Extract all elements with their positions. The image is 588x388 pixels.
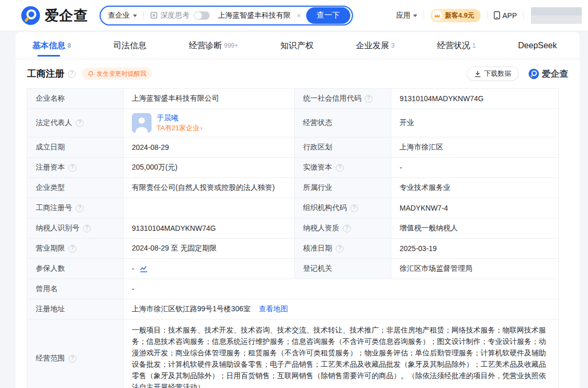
field-label-company-name: 企业名称 bbox=[28, 89, 124, 109]
aiqicha-logo[interactable]: 爱企查 bbox=[21, 6, 88, 25]
help-icon[interactable]: ? bbox=[336, 164, 344, 172]
search-input[interactable] bbox=[217, 11, 291, 20]
clear-search-icon[interactable]: × bbox=[291, 11, 306, 20]
tab-company-development[interactable]: 企业发展 3 bbox=[356, 40, 395, 51]
detail-tabbar: 基本信息 8 司法信息 经营诊断 999+ 知识产权 企业发展 3 bbox=[16, 32, 580, 59]
help-icon[interactable]: ? bbox=[69, 164, 76, 172]
aiqicha-logo-text: 爱企查 bbox=[45, 6, 88, 25]
field-label-credit-code: 统一社会信用代码? bbox=[295, 89, 391, 109]
field-label-org-code: 组织机构代码? bbox=[295, 198, 391, 218]
help-icon[interactable]: ? bbox=[336, 245, 344, 253]
field-label-company-type: 企业类型 bbox=[28, 178, 124, 198]
help-icon[interactable]: ? bbox=[76, 119, 84, 127]
chevron-down-icon bbox=[413, 15, 417, 17]
field-label-legal-rep: 法定代表人? bbox=[28, 109, 124, 137]
search-button[interactable]: 查一下 bbox=[306, 7, 350, 24]
divider bbox=[523, 11, 524, 19]
field-value-district: 上海市徐汇区 bbox=[391, 137, 558, 158]
bell-icon bbox=[88, 71, 94, 77]
help-icon[interactable]: ? bbox=[83, 225, 91, 232]
app-download-entry[interactable]: APP bbox=[494, 11, 517, 20]
field-value-paid-capital: - bbox=[391, 158, 558, 178]
field-value-company-name: 上海蓝智盛丰科技有限公司 bbox=[124, 89, 295, 109]
legal-rep-avatar[interactable] bbox=[132, 113, 152, 133]
deep-think-toggle-group[interactable]: 深度思考 bbox=[150, 11, 210, 20]
legal-rep-name-link[interactable]: 于晨曦 bbox=[157, 113, 202, 122]
search-bar: 查企业 深度思考 × 查一下 bbox=[100, 6, 353, 25]
tab-basic-info[interactable]: 基本信息 8 bbox=[32, 40, 71, 51]
tab-count: 1 bbox=[472, 42, 476, 49]
new-user-promo-badge[interactable]: 新客4.9元 bbox=[430, 9, 481, 22]
view-map-link[interactable]: 查看地图 bbox=[259, 304, 288, 314]
field-value-company-type: 有限责任公司(自然人投资或控股的法人独资) bbox=[124, 178, 295, 198]
divider bbox=[487, 11, 487, 19]
download-icon bbox=[474, 71, 481, 77]
page-body: 基本信息 8 司法信息 经营诊断 999+ 知识产权 企业发展 3 bbox=[0, 31, 588, 388]
tab-intellectual-property[interactable]: 知识产权 bbox=[280, 40, 313, 51]
apps-label: 应用 bbox=[396, 11, 411, 20]
help-icon[interactable]: ? bbox=[69, 245, 76, 253]
deep-think-icon bbox=[150, 11, 158, 19]
field-value-legal-rep: 于晨曦 TA有21家企业 › bbox=[124, 109, 295, 137]
field-label-taxpayer-id: 纳税人识别号? bbox=[28, 218, 124, 239]
tab-deepseek[interactable]: DeepSeek bbox=[518, 40, 557, 51]
field-value-former-name: - bbox=[124, 279, 558, 299]
field-value-business-scope: 一般项目：技术服务、技术开发、技术咨询、技术交流、技术转让、技术推广；非居住房地… bbox=[124, 320, 558, 388]
top-header: 爱企查 查企业 深度思考 × 查一下 bbox=[0, 0, 588, 31]
help-icon[interactable]: ? bbox=[350, 204, 358, 212]
help-icon[interactable]: ? bbox=[365, 95, 373, 103]
aiqicha-logo-icon bbox=[21, 6, 40, 25]
tab-operating-status[interactable]: 经营状况 1 bbox=[437, 40, 476, 51]
apps-dropdown[interactable]: 应用 bbox=[396, 11, 417, 20]
brand-watermark: 爱企查 bbox=[528, 68, 568, 80]
field-value-industry: 专业技术服务业 bbox=[391, 178, 558, 198]
header-right-nav: 应用 新客4.9元 APP bbox=[396, 7, 582, 24]
field-label-reg-capital: 注册资本? bbox=[28, 158, 124, 178]
field-value-reg-number bbox=[124, 198, 295, 218]
download-data-button[interactable]: 下载数据 bbox=[467, 66, 519, 81]
app-label: APP bbox=[502, 11, 517, 20]
divider bbox=[143, 11, 144, 19]
search-category-dropdown[interactable]: 查企业 bbox=[108, 11, 137, 20]
aiqicha-company-page: 爱企查 查企业 深度思考 × 查一下 bbox=[0, 0, 588, 388]
field-label-established: 成立日期 bbox=[28, 137, 124, 158]
field-value-status: 开业 bbox=[391, 109, 558, 137]
crown-icon bbox=[432, 10, 442, 20]
aiqicha-logo-icon bbox=[528, 68, 539, 79]
user-area-placeholder[interactable] bbox=[531, 7, 582, 24]
field-label-insured-count: 参保人数 bbox=[28, 259, 124, 279]
field-label-former-name: 曾用名 bbox=[28, 279, 124, 299]
search-category-label: 查企业 bbox=[108, 11, 130, 20]
legal-rep-companies-link[interactable]: TA有21家企业 › bbox=[157, 123, 202, 133]
registration-section-header: 工商注册 ? 发生变更时提醒我 bbox=[16, 59, 580, 86]
chevron-right-icon: › bbox=[200, 123, 202, 133]
change-reminder-label: 发生变更时提醒我 bbox=[97, 70, 146, 78]
field-value-established: 2024-08-29 bbox=[124, 137, 295, 158]
help-icon[interactable]: ? bbox=[343, 225, 351, 232]
field-value-taxpayer-id: 91310104MADYKNW74G bbox=[124, 218, 295, 239]
change-reminder-button[interactable]: 发生变更时提醒我 bbox=[82, 67, 152, 80]
tab-business-diagnosis[interactable]: 经营诊断 999+ bbox=[189, 40, 238, 51]
tab-count: 999+ bbox=[224, 42, 238, 49]
tab-count: 8 bbox=[67, 42, 71, 49]
field-value-taxpayer-qualification: 增值税一般纳税人 bbox=[391, 218, 558, 239]
field-label-reg-number: 工商注册号? bbox=[28, 198, 124, 218]
help-icon[interactable]: ? bbox=[68, 70, 76, 78]
field-label-industry: 所属行业 bbox=[295, 178, 391, 198]
field-value-insured-count: - bbox=[124, 259, 295, 279]
divider bbox=[423, 11, 424, 19]
field-label-address: 注册地址 bbox=[28, 299, 124, 320]
company-detail-card: 基本信息 8 司法信息 经营诊断 999+ 知识产权 企业发展 3 bbox=[16, 32, 580, 388]
tab-count: 3 bbox=[391, 42, 395, 49]
deep-think-switch[interactable] bbox=[194, 11, 210, 20]
field-value-business-term: 2024-08-29 至 无固定期限 bbox=[124, 239, 295, 259]
section-title: 工商注册 bbox=[27, 67, 64, 80]
tab-judicial-info[interactable]: 司法信息 bbox=[113, 40, 146, 51]
field-value-address: 上海市徐汇区钦江路99号1号楼306室 查看地图 bbox=[124, 299, 558, 320]
brand-watermark-text: 爱企查 bbox=[542, 68, 568, 80]
field-label-approval-date: 核准日期? bbox=[295, 239, 391, 259]
help-icon[interactable]: ? bbox=[76, 204, 84, 212]
field-label-business-term: 营业期限? bbox=[28, 239, 124, 259]
insured-trend-chart-icon[interactable] bbox=[140, 265, 148, 273]
help-icon[interactable]: ? bbox=[69, 355, 76, 363]
